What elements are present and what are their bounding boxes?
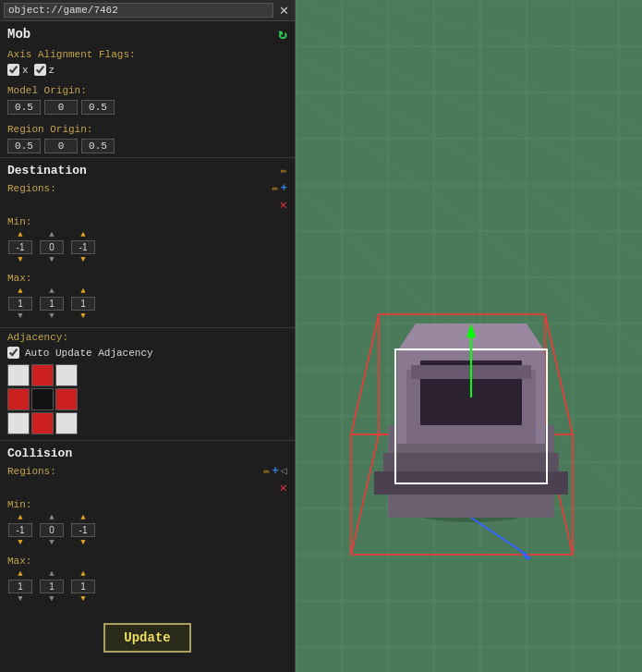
region-origin-y[interactable]: [44, 139, 78, 153]
axis-checkboxes: x z: [0, 62, 295, 78]
coll-max-x-up[interactable]: [8, 568, 32, 580]
destination-max-section: Max:: [0, 269, 295, 325]
adj-cell-0-2[interactable]: [55, 364, 78, 386]
collision-remove-button[interactable]: ✕: [280, 480, 287, 495]
dest-max-y-val[interactable]: [40, 297, 64, 311]
dest-max-x-up[interactable]: [8, 286, 32, 297]
coll-max-x-val[interactable]: [8, 580, 32, 593]
axis-x-checkbox[interactable]: [7, 64, 19, 76]
auto-update-checkbox[interactable]: [7, 347, 19, 359]
coll-min-spinner-x: [7, 512, 33, 548]
coll-min-z-down[interactable]: [71, 537, 95, 548]
url-input[interactable]: [4, 3, 273, 18]
region-origin-label: Region Origin:: [7, 124, 92, 135]
coll-min-y-up[interactable]: [40, 512, 64, 523]
dest-min-x-down[interactable]: [8, 254, 32, 265]
dest-min-y-val[interactable]: [40, 240, 64, 254]
adj-cell-1-0[interactable]: [7, 388, 30, 410]
dest-min-y-down[interactable]: [40, 254, 64, 265]
coll-min-x-val[interactable]: [8, 523, 32, 537]
coll-max-y-down[interactable]: [40, 593, 64, 605]
axis-z-label: z: [49, 65, 55, 76]
coll-max-spinner-x: [7, 568, 33, 605]
coll-max-z-up[interactable]: [71, 568, 95, 580]
coll-max-spinner-y: [39, 568, 65, 605]
coll-max-z-down[interactable]: [71, 593, 95, 605]
model-origin-z[interactable]: [81, 100, 115, 115]
destination-header: Destination ✏: [0, 160, 295, 179]
adj-cell-2-1[interactable]: [31, 412, 54, 434]
dest-max-spinner-y: [39, 286, 65, 322]
dest-min-y-up[interactable]: [40, 229, 64, 240]
adj-cell-1-2[interactable]: [55, 388, 78, 410]
collision-max-label: Max:: [7, 556, 287, 567]
dest-max-z-up[interactable]: [71, 286, 95, 297]
mob-section-title: Mob ↻: [0, 21, 295, 47]
dest-min-z-val[interactable]: [71, 240, 95, 254]
dest-max-spinner-z: [70, 286, 96, 322]
coll-min-spinner-y: [39, 512, 65, 548]
close-button[interactable]: ✕: [277, 4, 291, 18]
adj-cell-1-1[interactable]: [31, 388, 54, 410]
region-origin-z[interactable]: [81, 139, 115, 153]
destination-plus-icon[interactable]: +: [281, 182, 287, 195]
coll-min-x-down[interactable]: [8, 537, 32, 548]
dest-max-x-val[interactable]: [8, 297, 32, 311]
dest-max-y-up[interactable]: [40, 286, 64, 297]
adj-cell-2-0[interactable]: [7, 412, 30, 434]
region-origin-values: [0, 137, 295, 155]
collision-regions-label: Regions:: [7, 466, 56, 477]
coll-min-spinner-z: [70, 512, 96, 548]
adjacency-grid: [7, 364, 287, 434]
model-origin-values: [0, 98, 295, 116]
model-origin-label: Model Origin:: [7, 85, 87, 96]
destination-regions-row: Regions: ✏ +: [0, 179, 295, 197]
adjacency-row: Adjacency:: [0, 330, 295, 345]
model-origin-y[interactable]: [44, 100, 78, 115]
destination-pencil-icon2[interactable]: ✏: [273, 181, 279, 195]
destination-pencil-icon[interactable]: ✏: [281, 164, 287, 177]
axis-alignment-row: Axis Alignment Flags:: [0, 47, 295, 62]
coll-max-y-val[interactable]: [40, 580, 64, 593]
axis-z-checkbox[interactable]: [34, 64, 46, 76]
model-origin-x[interactable]: [7, 100, 41, 115]
coll-min-y-down[interactable]: [40, 537, 64, 548]
coll-min-z-up[interactable]: [71, 512, 95, 523]
dest-min-spinner-z: [70, 229, 96, 265]
destination-min-section: Min:: [0, 213, 295, 269]
coll-min-y-val[interactable]: [40, 523, 64, 537]
collision-plus-icon[interactable]: +: [273, 465, 279, 478]
coll-max-x-down[interactable]: [8, 593, 32, 605]
dest-max-spinner-x: [7, 286, 33, 322]
destination-max-label: Max:: [7, 273, 287, 284]
destination-regions-label: Regions:: [7, 183, 56, 194]
coll-min-z-val[interactable]: [71, 523, 95, 537]
coll-min-x-up[interactable]: [8, 512, 32, 523]
axis-x-checkbox-wrap: x: [7, 64, 29, 76]
update-button[interactable]: Update: [103, 623, 190, 653]
viewport: [296, 0, 642, 672]
dest-max-z-down[interactable]: [71, 311, 95, 322]
coll-max-y-up[interactable]: [40, 568, 64, 580]
collision-extra-icon[interactable]: ◁: [281, 464, 287, 478]
dest-max-x-down[interactable]: [8, 311, 32, 322]
model-origin-row: Model Origin:: [0, 83, 295, 98]
adj-cell-0-0[interactable]: [7, 364, 30, 386]
dest-min-z-down[interactable]: [71, 254, 95, 265]
dest-min-x-val[interactable]: [8, 240, 32, 254]
dest-min-x-up[interactable]: [8, 229, 32, 240]
destination-remove-button[interactable]: ✕: [280, 197, 287, 213]
coll-max-spinner-z: [70, 568, 96, 605]
dest-min-z-up[interactable]: [71, 229, 95, 240]
region-origin-x[interactable]: [7, 139, 41, 153]
collision-max-section: Max:: [0, 552, 295, 608]
adj-cell-2-2[interactable]: [55, 412, 78, 434]
adj-cell-0-1[interactable]: [31, 364, 54, 386]
dest-max-z-val[interactable]: [71, 297, 95, 311]
dest-max-y-down[interactable]: [40, 311, 64, 322]
collision-pencil-icon[interactable]: ✏: [263, 464, 270, 478]
collision-regions-row: Regions: ✏ + ◁: [0, 462, 295, 480]
destination-max-row: [7, 286, 287, 322]
coll-max-z-val[interactable]: [71, 580, 95, 593]
refresh-icon[interactable]: ↻: [278, 25, 287, 43]
